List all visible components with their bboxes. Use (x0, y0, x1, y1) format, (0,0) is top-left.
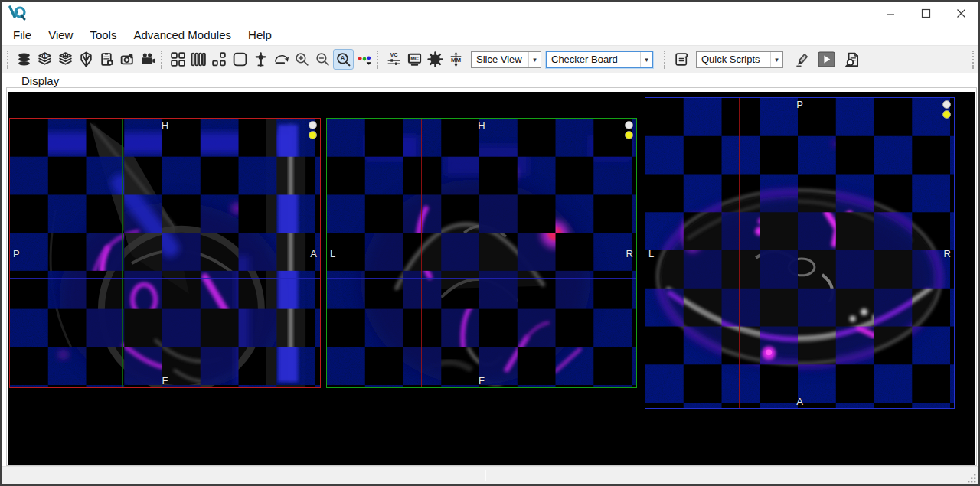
database-icon[interactable] (14, 49, 34, 70)
video-camera-icon[interactable] (138, 49, 158, 70)
orientation-label-anterior: A (796, 396, 803, 407)
orientation-label-superior: H (478, 119, 485, 131)
layout-mixed-icon[interactable] (209, 49, 230, 70)
slice-view-value: Slice View (472, 54, 528, 65)
orientation-label-inferior: F (479, 375, 485, 387)
menu-bar: File View Tools Advanced Modules Help (2, 24, 978, 45)
layers-plus-icon[interactable] (55, 49, 76, 70)
fusion-mode-select[interactable]: Checker Board ▾ (546, 51, 653, 68)
clipboard-camera-icon[interactable] (96, 49, 117, 70)
coronal-image (327, 119, 636, 387)
mm-ruler-icon[interactable]: MM (446, 49, 466, 70)
mc-screen-icon[interactable]: MC (404, 49, 425, 70)
viewer-canvas[interactable]: H P A F (8, 92, 975, 465)
layout-single-icon[interactable] (230, 49, 250, 70)
script-scroll-icon[interactable] (671, 49, 691, 70)
orientation-label-posterior: P (796, 99, 803, 110)
quick-scripts-value: Quick Scripts (697, 54, 770, 65)
rotate-view-icon[interactable] (271, 49, 292, 70)
toolbar-handle[interactable] (7, 51, 8, 69)
layers-one-icon[interactable]: 1 (34, 49, 55, 70)
crosshair-vertical[interactable] (739, 98, 740, 408)
title-bar[interactable] (2, 2, 978, 24)
orientation-label-left: L (648, 247, 654, 259)
reference-layer-dot[interactable] (625, 121, 633, 129)
sagittal-image (10, 119, 320, 387)
menu-tools[interactable]: Tools (81, 26, 125, 44)
pen-shield-icon[interactable] (76, 49, 96, 70)
crosshair-vertical[interactable] (122, 119, 122, 387)
toolbar-handle[interactable] (664, 51, 665, 69)
quick-scripts-select[interactable]: Quick Scripts ▾ (696, 51, 783, 68)
slice-view-select[interactable]: Slice View ▾ (471, 51, 541, 68)
sagittal-view-panel[interactable]: H P A F (9, 118, 321, 388)
toolbar-handle[interactable] (161, 51, 162, 69)
toolbar-handle[interactable] (972, 51, 974, 69)
coronal-view-panel[interactable]: H L R F (326, 118, 637, 388)
main-toolbar: 1 A VC MC DM MM Slice View ▾ Checker Boa… (2, 45, 978, 73)
camera-icon[interactable] (117, 49, 138, 70)
app-logo-icon (8, 5, 27, 21)
overlay-layer-dot[interactable] (625, 131, 633, 139)
reference-layer-dot[interactable] (942, 100, 951, 109)
orientation-label-superior: H (162, 119, 168, 131)
orientation-label-anterior: A (310, 247, 317, 259)
svg-text:DM: DM (432, 57, 439, 62)
display-group-label: Display (18, 74, 62, 87)
status-bar (2, 466, 978, 484)
menu-help[interactable]: Help (240, 26, 280, 44)
svg-text:1: 1 (44, 54, 47, 59)
maximize-button[interactable] (908, 2, 943, 24)
vc-sliders-icon[interactable]: VC (384, 49, 404, 70)
close-button[interactable] (943, 2, 978, 24)
crosshair-horizontal[interactable] (645, 210, 954, 210)
dm-gear-icon[interactable]: DM (425, 49, 446, 70)
orientation-label-posterior: P (13, 247, 20, 259)
zoom-out-icon[interactable] (312, 49, 333, 70)
chevron-down-icon: ▾ (528, 52, 541, 67)
fusion-mode-value: Checker Board (547, 54, 640, 65)
crosshair-horizontal[interactable] (10, 278, 320, 279)
zoom-fit-icon[interactable]: A (333, 49, 354, 70)
doc-preview-icon[interactable] (841, 49, 862, 70)
app-window: File View Tools Advanced Modules Help 1 … (0, 0, 980, 486)
reference-layer-dot[interactable] (309, 121, 317, 129)
svg-text:VC: VC (390, 51, 398, 58)
crosshair-vertical[interactable] (421, 119, 422, 387)
menu-view[interactable]: View (40, 26, 81, 44)
minimize-button[interactable] (873, 2, 908, 24)
layout-columns-icon[interactable] (188, 49, 209, 70)
orientation-label-right: R (626, 247, 633, 259)
svg-text:MC: MC (410, 56, 419, 61)
svg-text:MM: MM (451, 57, 462, 64)
layout-grid-2x2-icon[interactable] (168, 49, 188, 70)
menu-advanced-modules[interactable]: Advanced Modules (125, 26, 240, 44)
overlay-layer-dot[interactable] (942, 110, 951, 119)
orientation-label-left: L (330, 247, 335, 259)
overlay-layer-dot[interactable] (309, 131, 317, 139)
orientation-label-right: R (944, 247, 951, 259)
zoom-in-icon[interactable] (292, 49, 312, 70)
orientation-label-inferior: F (162, 375, 168, 387)
resize-grip[interactable] (968, 474, 977, 483)
chevron-down-icon: ▾ (640, 52, 652, 67)
crosshair-horizontal[interactable] (327, 278, 636, 279)
chevron-down-icon: ▾ (770, 52, 782, 67)
svg-text:A: A (340, 54, 345, 62)
status-bar-divider (485, 470, 486, 481)
axial-image (645, 98, 954, 408)
rgb-channels-icon[interactable] (354, 49, 374, 70)
axial-view-panel[interactable]: P L R A (645, 97, 955, 409)
run-script-icon[interactable] (816, 49, 837, 70)
menu-file[interactable]: File (5, 26, 40, 44)
clamp-icon[interactable] (250, 49, 271, 70)
toolbar-handle[interactable] (377, 51, 378, 69)
pencil-icon[interactable] (791, 49, 812, 70)
